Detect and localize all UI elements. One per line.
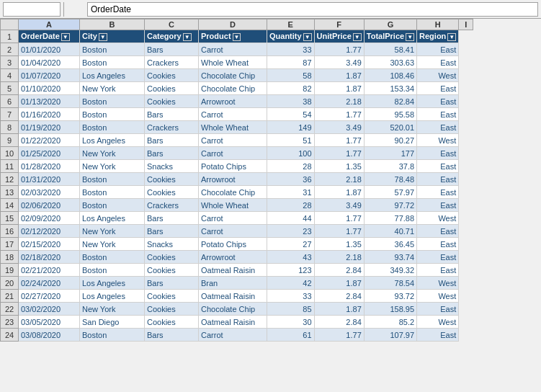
cell-r4-c7[interactable]: 108.46	[364, 69, 416, 82]
cell-r20-c2[interactable]: Los Angeles	[80, 277, 145, 290]
cell-r20-c6[interactable]: 1.87	[314, 277, 364, 290]
cell-r8-c6[interactable]: 3.49	[314, 121, 364, 134]
cell-r5-c3[interactable]: Cookies	[145, 82, 199, 95]
cell-r19-c1[interactable]: 02/21/2020	[19, 264, 80, 277]
cell-r15-c6[interactable]: 1.77	[314, 212, 364, 225]
cell-r3-c5[interactable]: 87	[267, 56, 315, 69]
cell-r5-c2[interactable]: New York	[80, 82, 145, 95]
cell-r14-c5[interactable]: 28	[267, 199, 315, 212]
cell-r20-c7[interactable]: 78.54	[364, 277, 416, 290]
cell-r6-c5[interactable]: 38	[267, 95, 315, 108]
cell-r14-c8[interactable]: East	[417, 199, 459, 212]
cell-r13-c3[interactable]: Cookies	[145, 186, 199, 199]
cell-r3-c7[interactable]: 303.63	[364, 56, 416, 69]
cell-r12-c7[interactable]: 78.48	[364, 173, 416, 186]
cell-r15-c1[interactable]: 02/09/2020	[19, 212, 80, 225]
cell-r24-c6[interactable]: 1.77	[314, 329, 364, 342]
cell-r20-c4[interactable]: Bran	[199, 277, 267, 290]
cell-r8-c2[interactable]: Boston	[80, 121, 145, 134]
cell-r14-c1[interactable]: 02/06/2020	[19, 199, 80, 212]
cell-r21-c4[interactable]: Oatmeal Raisin	[199, 290, 267, 303]
cell-r3-c6[interactable]: 3.49	[314, 56, 364, 69]
cell-r19-c5[interactable]: 123	[267, 264, 315, 277]
cell-r23-c5[interactable]: 30	[267, 316, 315, 329]
cell-r17-c7[interactable]: 36.45	[364, 238, 416, 251]
cell-r22-c6[interactable]: 1.87	[314, 303, 364, 316]
cell-r5-c6[interactable]: 1.87	[314, 82, 364, 95]
cell-r9-c2[interactable]: Los Angeles	[80, 134, 145, 147]
cell-r4-c3[interactable]: Cookies	[145, 69, 199, 82]
cell-r7-c7[interactable]: 95.58	[364, 108, 416, 121]
cell-r15-c2[interactable]: Los Angeles	[80, 212, 145, 225]
cell-r21-c2[interactable]: Los Angeles	[80, 290, 145, 303]
cell-r21-c5[interactable]: 33	[267, 290, 315, 303]
filter-btn-0[interactable]: ▼	[61, 33, 70, 41]
col-header-c[interactable]: C	[145, 19, 199, 30]
cell-r17-c5[interactable]: 27	[267, 238, 315, 251]
cell-r12-c2[interactable]: Boston	[80, 173, 145, 186]
cell-r24-c7[interactable]: 107.97	[364, 329, 416, 342]
cell-r21-c7[interactable]: 93.72	[364, 290, 416, 303]
cell-r2-c2[interactable]: Boston	[80, 43, 145, 56]
cell-r8-c4[interactable]: Whole Wheat	[199, 121, 267, 134]
cell-r3-c4[interactable]: Whole Wheat	[199, 56, 267, 69]
col-header-i[interactable]: I	[459, 19, 473, 30]
cell-r6-c1[interactable]: 01/13/2020	[19, 95, 80, 108]
cell-r23-c6[interactable]: 2.84	[314, 316, 364, 329]
cell-r3-c3[interactable]: Crackers	[145, 56, 199, 69]
cell-r9-c3[interactable]: Bars	[145, 134, 199, 147]
cell-r4-c6[interactable]: 1.87	[314, 69, 364, 82]
cell-r23-c1[interactable]: 03/05/2020	[19, 316, 80, 329]
cell-r18-c8[interactable]: East	[417, 251, 459, 264]
cell-r2-c1[interactable]: 01/01/2020	[19, 43, 80, 56]
cell-r10-c7[interactable]: 177	[364, 147, 416, 160]
cell-r19-c2[interactable]: Boston	[80, 264, 145, 277]
cell-r19-c8[interactable]: East	[417, 264, 459, 277]
cell-r5-c7[interactable]: 153.34	[364, 82, 416, 95]
cell-r2-c5[interactable]: 33	[267, 43, 315, 56]
cell-r7-c8[interactable]: East	[417, 108, 459, 121]
cell-r4-c5[interactable]: 58	[267, 69, 315, 82]
cell-r7-c2[interactable]: Boston	[80, 108, 145, 121]
cell-r2-c8[interactable]: East	[417, 43, 459, 56]
cell-r15-c8[interactable]: West	[417, 212, 459, 225]
filter-btn-6[interactable]: ▼	[406, 33, 414, 41]
cell-r13-c7[interactable]: 57.97	[364, 186, 416, 199]
cell-r18-c4[interactable]: Arrowroot	[199, 251, 267, 264]
cell-r16-c4[interactable]: Carrot	[199, 225, 267, 238]
cell-r18-c3[interactable]: Cookies	[145, 251, 199, 264]
cell-r14-c4[interactable]: Whole Wheat	[199, 199, 267, 212]
cell-r9-c7[interactable]: 90.27	[364, 134, 416, 147]
cell-r13-c8[interactable]: East	[417, 186, 459, 199]
cell-r8-c1[interactable]: 01/19/2020	[19, 121, 80, 134]
cell-r22-c2[interactable]: New York	[80, 303, 145, 316]
cell-r5-c4[interactable]: Chocolate Chip	[199, 82, 267, 95]
cell-r18-c6[interactable]: 2.18	[314, 251, 364, 264]
cell-r24-c5[interactable]: 61	[267, 329, 315, 342]
cell-r16-c2[interactable]: New York	[80, 225, 145, 238]
cell-r7-c5[interactable]: 54	[267, 108, 315, 121]
cell-r18-c1[interactable]: 02/18/2020	[19, 251, 80, 264]
cell-r16-c1[interactable]: 02/12/2020	[19, 225, 80, 238]
col-header-h[interactable]: H	[417, 19, 459, 30]
cell-r19-c7[interactable]: 349.32	[364, 264, 416, 277]
cell-r11-c1[interactable]: 01/28/2020	[19, 160, 80, 173]
cell-r23-c8[interactable]: West	[417, 316, 459, 329]
cell-r4-c4[interactable]: Chocolate Chip	[199, 69, 267, 82]
cell-r3-c1[interactable]: 01/04/2020	[19, 56, 80, 69]
cell-r17-c3[interactable]: Snacks	[145, 238, 199, 251]
cell-r12-c3[interactable]: Cookies	[145, 173, 199, 186]
grid-container[interactable]: ABCDEFGHI 1OrderDate▼City▼Category▼Produ…	[0, 19, 541, 392]
cell-r16-c5[interactable]: 23	[267, 225, 315, 238]
name-box[interactable]	[3, 2, 61, 17]
cell-r21-c1[interactable]: 02/27/2020	[19, 290, 80, 303]
cell-r17-c1[interactable]: 02/15/2020	[19, 238, 80, 251]
cell-r22-c8[interactable]: East	[417, 303, 459, 316]
col-header-a[interactable]: A	[19, 19, 80, 30]
col-header-b[interactable]: B	[80, 19, 145, 30]
cell-r7-c3[interactable]: Bars	[145, 108, 199, 121]
cell-r21-c6[interactable]: 2.84	[314, 290, 364, 303]
cell-r12-c4[interactable]: Arrowroot	[199, 173, 267, 186]
cell-r17-c8[interactable]: East	[417, 238, 459, 251]
cell-r12-c6[interactable]: 2.18	[314, 173, 364, 186]
